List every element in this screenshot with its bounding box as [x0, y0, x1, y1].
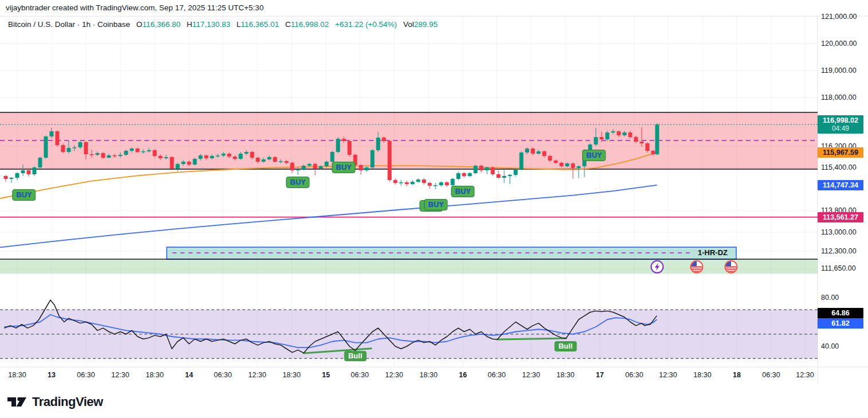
time-axis-tick: 18:30	[146, 371, 163, 379]
time-axis-tick: 18:30	[8, 371, 26, 379]
time-axis-tick: 18:30	[693, 371, 711, 379]
time-axis-tick: 06:30	[77, 371, 95, 379]
bull-divergence-marker[interactable]: Bull	[555, 341, 577, 351]
one-hour-demand-zone[interactable]	[167, 247, 736, 259]
rsi-badge-rsi: 64.86	[818, 308, 863, 318]
time-axis-tick: 06:30	[625, 371, 643, 379]
time-axis-tick: 12:30	[522, 371, 540, 379]
buy-signal-marker[interactable]: BUY	[451, 186, 474, 197]
time-axis-tick: 12:30	[659, 371, 677, 379]
price-axis-tick: 113,000.00	[821, 228, 857, 236]
price-badge-ma-orange: 115,967.59	[818, 147, 863, 158]
price-axis-tick: 121,000.00	[821, 13, 857, 21]
time-axis-tick: 06:30	[488, 371, 505, 379]
time-axis-tick: 13	[48, 371, 56, 379]
price-axis-tick: 111,650.00	[821, 264, 856, 272]
price-axis-tick: 115,400.00	[821, 163, 857, 171]
buy-signal-marker[interactable]: BUY	[582, 150, 606, 161]
us-flag-event-icon[interactable]	[725, 261, 737, 273]
buy-signal-marker[interactable]: BUY	[12, 189, 36, 201]
price-badge-pink-level: 113,561.27	[818, 212, 863, 222]
time-axis-tick: 06:30	[762, 371, 780, 379]
buy-signal-marker[interactable]: BUY	[286, 177, 309, 188]
demand-zone-label: 1-HR-DZ	[698, 248, 728, 257]
countdown-timer: 04:49	[818, 124, 863, 132]
price-axis-tick: 119,000.00	[821, 67, 857, 75]
tradingview-logo-text: TradingView	[32, 394, 103, 409]
price-badge-current: 116,998.0204:49	[818, 115, 863, 134]
time-axis-tick: 06:30	[351, 371, 368, 379]
time-axis-tick: 18	[733, 371, 741, 379]
time-axis-tick: 12:30	[111, 371, 129, 379]
tradingview-chart-snapshot: vijaybntrader created with TradingView.c…	[0, 0, 868, 418]
time-axis-tick: 18:30	[556, 371, 574, 379]
rsi-badge-rsi-ma: 61.82	[818, 318, 863, 329]
time-axis-tick: 18:30	[282, 371, 300, 379]
price-axis-tick: 120,000.00	[821, 40, 857, 48]
time-axis-tick: 12:30	[796, 371, 814, 379]
rsi-axis-tick: 80.00	[821, 294, 839, 302]
buy-signal-marker[interactable]: BUY	[332, 162, 355, 173]
time-axis-tick: 18:30	[419, 371, 437, 379]
time-axis-tick: 14	[185, 371, 193, 379]
price-badge-ma-blue: 114,747.34	[818, 180, 863, 190]
time-axis-tick: 06:30	[214, 371, 231, 379]
price-axis-tick: 118,000.00	[821, 93, 857, 101]
us-flag-event-icon[interactable]	[691, 261, 703, 273]
bull-divergence-marker[interactable]: Bull	[344, 351, 367, 361]
economic-event-lightning-icon[interactable]	[651, 261, 663, 273]
buy-signal-marker[interactable]: BUY	[424, 199, 447, 210]
rsi-axis-tick: 40.00	[821, 342, 839, 350]
time-axis-tick: 15	[322, 371, 330, 379]
tradingview-logo-icon	[7, 393, 26, 411]
tradingview-logo[interactable]: TradingView	[7, 393, 103, 411]
time-axis-tick: 17	[596, 371, 604, 379]
time-axis-tick: 12:30	[248, 371, 266, 379]
price-axis-tick: 112,300.00	[821, 247, 857, 255]
time-axis-tick: 12:30	[385, 371, 403, 379]
time-axis-tick: 16	[459, 371, 467, 379]
